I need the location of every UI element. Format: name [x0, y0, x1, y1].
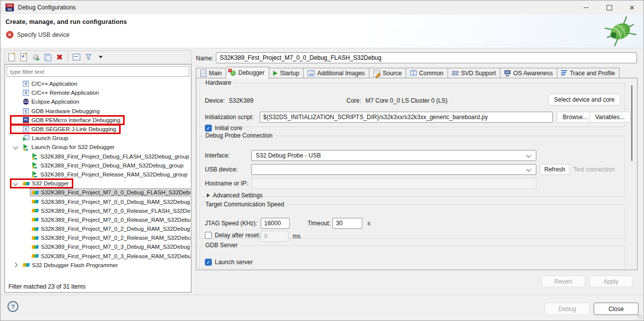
tree-row[interactable]: S32K389_First_Project_M7_0_2_Release_RAM…	[5, 233, 190, 242]
svd-tab-icon	[452, 71, 459, 76]
filter-menu-button[interactable]	[96, 53, 105, 61]
tree-item-label: GDB PEMicro Interface Debugging	[31, 117, 120, 123]
resize-grip[interactable]	[638, 315, 643, 320]
minimize-icon	[584, 7, 589, 8]
tab-os-awareness[interactable]: OS Awareness	[500, 68, 557, 78]
tab-startup[interactable]: Startup	[269, 68, 304, 78]
tree-item-label: GDB Hardware Debugging	[31, 108, 100, 114]
test-connection-button[interactable]: Test connection	[567, 164, 621, 175]
tree-row[interactable]: S32K389_First_Project_M7_0_0_Release_FLA…	[5, 206, 190, 215]
tree-row[interactable]: Launch Group	[5, 134, 190, 143]
usb-device-select[interactable]	[251, 164, 536, 175]
duplicate-launch-configuration-button[interactable]	[43, 53, 52, 61]
select-device-and-core-button[interactable]: Select device and core	[548, 94, 621, 106]
group-tree-icon	[23, 135, 29, 141]
close-button[interactable]: ✕	[621, 0, 644, 14]
content-scrollbar[interactable]	[631, 85, 633, 161]
tree-row[interactable]: S32K389_First_Project_Debug_RAM_S32Debug…	[5, 161, 190, 170]
tree-row[interactable]: GDB PEMicro Interface Debugging	[5, 116, 190, 125]
tree-row[interactable]: S32K389_First_Project_M7_0_0_Debug_RAM_S…	[5, 197, 190, 206]
tree-item-label: S32K389_First_Project_Debug_RAM_S32Debug…	[40, 162, 183, 168]
delete-launch-configuration-button[interactable]: ✖	[55, 53, 64, 61]
chevron-down-icon[interactable]	[11, 146, 19, 149]
tree-row[interactable]: S32 Debugger Flash Programmer	[5, 261, 190, 270]
toolbar-separator	[68, 53, 68, 61]
tree-row[interactable]: S32K389_First_Project_M7_0_3_Release_RAM…	[5, 252, 190, 261]
tab-trace-and-profile[interactable]: Trace and Profile	[557, 68, 620, 78]
common-tab-icon	[410, 70, 417, 76]
name-label: Name:	[196, 55, 213, 62]
debug-probe-connection-legend: Debug Probe Connection	[203, 132, 275, 139]
variables-button[interactable]: Variables...	[589, 112, 631, 123]
tree-row[interactable]: C/C++ Application	[5, 79, 190, 88]
initial-core-checkbox[interactable]	[205, 125, 212, 132]
tree-item-label: S32K389_First_Project_M7_0_0_Release_FLA…	[41, 208, 190, 214]
interface-select[interactable]: S32 Debug Probe - USB	[251, 150, 536, 161]
filter-input[interactable]	[6, 66, 189, 77]
tab-label: Startup	[280, 70, 300, 77]
annotation-highlight-box: S32 Debugger	[11, 179, 72, 187]
tree-row[interactable]: S32K389_First_Project_M7_0_0_Debug_FLASH…	[5, 188, 190, 197]
filter-launch-configurations-button[interactable]	[84, 53, 93, 61]
tab-common[interactable]: Common	[406, 68, 448, 78]
help-button[interactable]: ?	[7, 301, 18, 312]
jtag-speed-input[interactable]	[261, 218, 290, 229]
gdb-server-legend: GDB Server	[203, 242, 240, 249]
tree-row[interactable]: S32K389_First_Project_M7_0_0_Release_RAM…	[5, 215, 190, 224]
tree-item-label: S32K389_First_Project_M7_0_0_Release_RAM…	[41, 217, 190, 223]
delay-after-reset-checkbox[interactable]	[205, 232, 212, 239]
tree-row[interactable]: S32K389_First_Project_Release_RAM_S32Deb…	[5, 170, 190, 179]
export-launch-configurations-button[interactable]	[31, 53, 40, 61]
nxp-tree-icon	[31, 227, 38, 231]
chevron-right-icon[interactable]	[11, 263, 19, 267]
chevron-down-icon[interactable]	[11, 182, 19, 185]
tab-error-badge	[228, 69, 232, 72]
window-title: Debug Configurations	[18, 4, 76, 11]
timeout-unit: s	[367, 220, 370, 227]
advanced-settings-toggle[interactable]: Advanced Settings	[207, 192, 263, 199]
timeout-label: Timeout:	[308, 220, 330, 227]
new-launch-configuration-button[interactable]	[7, 53, 16, 61]
source-tab-icon	[373, 70, 380, 77]
tree-row[interactable]: S32 Debugger	[5, 179, 190, 188]
dialog-close-button[interactable]: Close	[594, 303, 639, 315]
tree-row[interactable]: C/C++ Remote Application	[5, 88, 190, 97]
revert-button[interactable]: Revert	[541, 276, 585, 287]
tab-svd-support[interactable]: SVD Support	[448, 68, 500, 78]
maximize-button[interactable]	[598, 0, 621, 14]
nxp-tree-icon	[31, 218, 38, 221]
tab-source[interactable]: Source	[369, 68, 406, 78]
delay-unit: ms	[293, 233, 301, 240]
tab-main[interactable]: Main	[196, 68, 226, 78]
tree-item-label: S32 Debugger Flash Programmer	[32, 262, 118, 268]
tab-additional-images[interactable]: Additional Images	[304, 68, 369, 78]
new-launch-configuration-prototype-button[interactable]	[19, 53, 28, 61]
tree-row[interactable]: S32K389_First_Project_M7_0_3_Debug_RAM_S…	[5, 242, 190, 251]
tree-row[interactable]: GDB SEGGER J-Link Debugging	[5, 125, 190, 134]
new-configuration-icon	[8, 53, 15, 61]
browse-button[interactable]: Browse...	[557, 112, 594, 123]
collapse-all-button[interactable]	[72, 53, 81, 61]
tree-row[interactable]: S32K389_First_Project_Debug_FLASH_S32Deb…	[5, 152, 190, 161]
apply-button[interactable]: Apply	[589, 276, 633, 287]
refresh-button[interactable]: Refresh	[540, 164, 570, 175]
launch-server-checkbox[interactable]	[205, 259, 212, 266]
tree-row[interactable]: GDB Hardware Debugging	[5, 107, 190, 116]
timeout-input[interactable]	[332, 218, 362, 229]
c-tree-icon	[23, 81, 29, 87]
tree-row[interactable]: S32K389_First_Project_M7_0_2_Debug_RAM_S…	[5, 224, 190, 233]
tab-debugger[interactable]: Debugger	[226, 67, 269, 79]
name-input[interactable]	[216, 52, 637, 63]
tree-item-label: S32K389_First_Project_Debug_FLASH_S32Deb…	[40, 154, 189, 160]
nxp-tree-icon	[31, 209, 38, 212]
app-icon: S32DS	[5, 3, 14, 11]
tree-item-label: C/C++ Application	[31, 81, 77, 87]
minimize-button[interactable]	[575, 0, 598, 14]
export-icon	[32, 54, 39, 60]
configurations-panel: C/C++ ApplicationC/C++ Remote Applicatio…	[4, 64, 191, 293]
debug-button[interactable]: Debug	[545, 303, 590, 315]
tab-label: Trace and Profile	[570, 70, 615, 77]
tree-row[interactable]: Launch Group for S32 Debugger	[5, 143, 190, 152]
tree-row[interactable]: Eclipse Application	[5, 97, 190, 106]
initialization-script-input[interactable]	[260, 112, 553, 123]
